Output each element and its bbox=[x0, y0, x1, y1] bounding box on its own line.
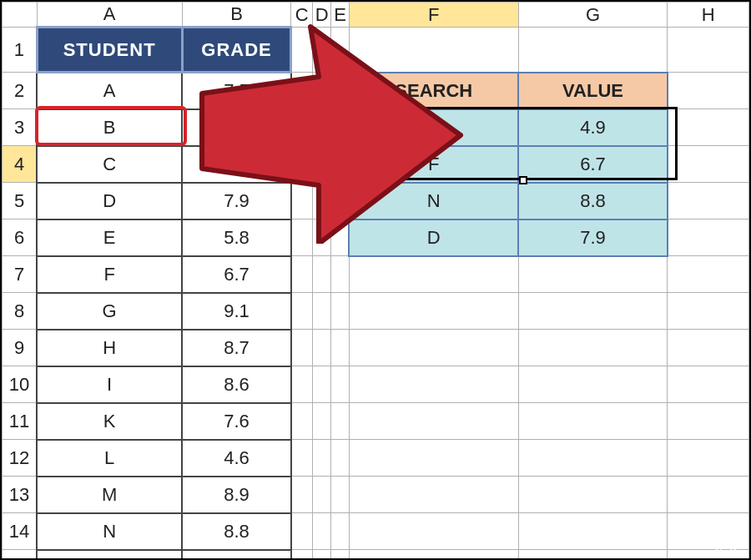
row-header-4[interactable]: 4 bbox=[3, 146, 38, 183]
cell-E12[interactable] bbox=[331, 440, 350, 477]
col-header-E[interactable]: E bbox=[331, 3, 350, 28]
cell-G4[interactable]: 6.7 bbox=[518, 146, 668, 183]
cell-E4[interactable] bbox=[331, 146, 350, 183]
cell-H2[interactable] bbox=[668, 73, 749, 109]
row-header-12[interactable]: 12 bbox=[3, 440, 38, 477]
row-header-9[interactable]: 9 bbox=[3, 330, 38, 366]
cell-H1[interactable] bbox=[668, 28, 749, 73]
cell-F6[interactable]: D bbox=[349, 219, 518, 256]
cell-E7[interactable] bbox=[331, 256, 350, 293]
cell-B10[interactable]: 8.6 bbox=[182, 366, 291, 403]
cell-B9[interactable]: 8.7 bbox=[182, 330, 291, 366]
cell-G10[interactable] bbox=[518, 366, 668, 403]
cell-H12[interactable] bbox=[668, 440, 749, 477]
cell-A11[interactable]: K bbox=[37, 403, 182, 440]
cell-D5[interactable] bbox=[313, 183, 331, 219]
cell-F11[interactable] bbox=[349, 403, 518, 440]
cell-E6[interactable] bbox=[331, 219, 350, 256]
cell-H4[interactable] bbox=[668, 146, 749, 183]
cell-H5[interactable] bbox=[668, 183, 749, 219]
col-header-D[interactable]: D bbox=[313, 3, 331, 28]
col-header-C[interactable]: C bbox=[291, 3, 313, 28]
cell-F12[interactable] bbox=[349, 440, 518, 477]
cell-B2[interactable]: 7.5 bbox=[182, 73, 291, 109]
row-header-11[interactable]: 11 bbox=[3, 403, 38, 440]
cell-F15[interactable] bbox=[349, 550, 518, 561]
cell-D14[interactable] bbox=[313, 513, 331, 550]
cell-G11[interactable] bbox=[518, 403, 668, 440]
cell-B3[interactable] bbox=[182, 109, 291, 146]
col-header-H[interactable]: H bbox=[668, 3, 749, 28]
row-header-2[interactable]: 2 bbox=[3, 73, 38, 109]
cell-C11[interactable] bbox=[291, 403, 313, 440]
cell-A6[interactable]: E bbox=[37, 219, 182, 256]
row-header-8[interactable]: 8 bbox=[3, 293, 38, 330]
cell-B15[interactable]: 6.8 bbox=[182, 550, 291, 561]
cell-D8[interactable] bbox=[313, 293, 331, 330]
cell-H11[interactable] bbox=[668, 403, 749, 440]
cell-C3[interactable] bbox=[291, 109, 313, 146]
cell-A3[interactable]: B bbox=[37, 109, 182, 146]
cell-B4[interactable]: 8.8 bbox=[182, 146, 291, 183]
cell-F13[interactable] bbox=[349, 477, 518, 513]
cell-H13[interactable] bbox=[668, 477, 749, 513]
cell-F4[interactable]: F bbox=[349, 146, 518, 183]
cell-E5[interactable] bbox=[331, 183, 350, 219]
col-header-A[interactable]: A bbox=[37, 3, 182, 28]
col-header-F[interactable]: F bbox=[349, 3, 518, 28]
cell-D10[interactable] bbox=[313, 366, 331, 403]
cell-F14[interactable] bbox=[349, 513, 518, 550]
cell-G9[interactable] bbox=[518, 330, 668, 366]
cell-H7[interactable] bbox=[668, 256, 749, 293]
cell-E2[interactable] bbox=[331, 73, 350, 109]
cell-A5[interactable]: D bbox=[37, 183, 182, 219]
cell-F9[interactable] bbox=[349, 330, 518, 366]
spreadsheet-grid[interactable]: A B C D E F G H 1 STUDENT GRADE 2 A 7.5 … bbox=[2, 2, 749, 560]
col-header-G[interactable]: G bbox=[518, 3, 668, 28]
cell-C14[interactable] bbox=[291, 513, 313, 550]
cell-C12[interactable] bbox=[291, 440, 313, 477]
header-student[interactable]: STUDENT bbox=[37, 28, 182, 73]
cell-C7[interactable] bbox=[291, 256, 313, 293]
cell-D9[interactable] bbox=[313, 330, 331, 366]
cell-G6[interactable]: 7.9 bbox=[518, 219, 668, 256]
cell-A13[interactable]: M bbox=[37, 477, 182, 513]
row-header-14[interactable]: 14 bbox=[3, 513, 38, 550]
cell-D6[interactable] bbox=[313, 219, 331, 256]
header-value[interactable]: VALUE bbox=[518, 73, 668, 109]
cell-C2[interactable] bbox=[291, 73, 313, 109]
cell-B5[interactable]: 7.9 bbox=[182, 183, 291, 219]
cell-D3[interactable] bbox=[313, 109, 331, 146]
cell-A8[interactable]: G bbox=[37, 293, 182, 330]
cell-C15[interactable] bbox=[291, 550, 313, 561]
cell-A4[interactable]: C bbox=[37, 146, 182, 183]
cell-F3[interactable]: b bbox=[349, 109, 518, 146]
cell-G14[interactable] bbox=[518, 513, 668, 550]
cell-G12[interactable] bbox=[518, 440, 668, 477]
cell-A7[interactable]: F bbox=[37, 256, 182, 293]
cell-C5[interactable] bbox=[291, 183, 313, 219]
cell-D13[interactable] bbox=[313, 477, 331, 513]
cell-B7[interactable]: 6.7 bbox=[182, 256, 291, 293]
col-header-B[interactable]: B bbox=[182, 3, 291, 28]
cell-C1[interactable] bbox=[291, 28, 313, 73]
row-header-5[interactable]: 5 bbox=[3, 183, 38, 219]
cell-H9[interactable] bbox=[668, 330, 749, 366]
cell-E10[interactable] bbox=[331, 366, 350, 403]
row-header-15[interactable]: 15 bbox=[3, 550, 38, 561]
cell-A2[interactable]: A bbox=[37, 73, 182, 109]
cell-F1[interactable] bbox=[349, 28, 518, 73]
cell-D12[interactable] bbox=[313, 440, 331, 477]
cell-B8[interactable]: 9.1 bbox=[182, 293, 291, 330]
cell-A14[interactable]: N bbox=[37, 513, 182, 550]
cell-F10[interactable] bbox=[349, 366, 518, 403]
cell-B12[interactable]: 4.6 bbox=[182, 440, 291, 477]
cell-C6[interactable] bbox=[291, 219, 313, 256]
row-header-10[interactable]: 10 bbox=[3, 366, 38, 403]
cell-E15[interactable] bbox=[331, 550, 350, 561]
cell-E13[interactable] bbox=[331, 477, 350, 513]
header-grade[interactable]: GRADE bbox=[182, 28, 291, 73]
cell-H15[interactable] bbox=[668, 550, 749, 561]
cell-H6[interactable] bbox=[668, 219, 749, 256]
cell-A15[interactable]: O bbox=[37, 550, 182, 561]
